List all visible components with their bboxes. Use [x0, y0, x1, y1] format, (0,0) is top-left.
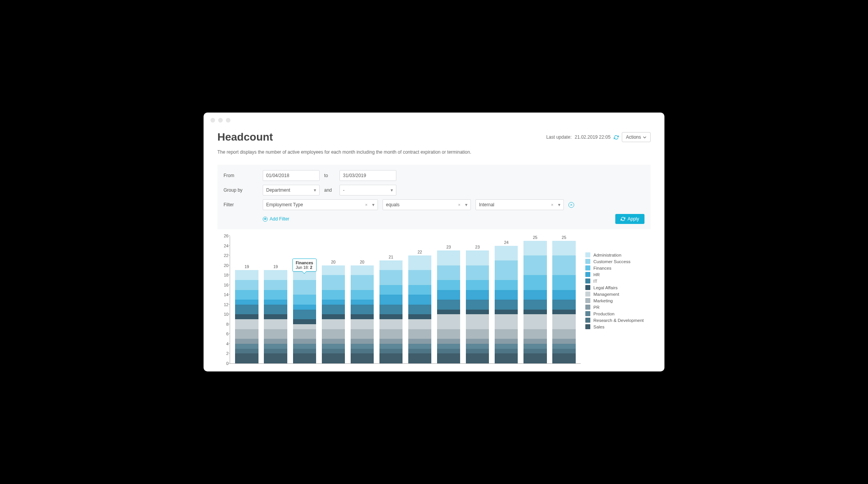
bar-segment[interactable]	[379, 285, 403, 295]
bar-segment[interactable]	[264, 353, 287, 363]
bar-segment[interactable]	[523, 314, 547, 329]
bar-segment[interactable]	[523, 339, 547, 344]
bar-segment[interactable]	[523, 255, 547, 275]
bar-segment[interactable]	[235, 305, 258, 315]
bar-segment[interactable]	[495, 300, 518, 310]
bar-segment[interactable]	[293, 295, 316, 305]
bar-segment[interactable]	[235, 339, 258, 344]
bar-segment[interactable]	[235, 280, 258, 290]
bar-segment[interactable]	[437, 290, 460, 300]
window-control-close[interactable]	[210, 118, 215, 123]
bar-segment[interactable]	[495, 280, 518, 290]
bar-segment[interactable]	[379, 353, 403, 363]
actions-button[interactable]: Actions	[622, 132, 651, 142]
bar-column[interactable]: 23	[437, 245, 460, 363]
bar-segment[interactable]	[495, 353, 518, 363]
filter-field-select[interactable]: Employment Type × ▾	[263, 199, 378, 210]
bar-segment[interactable]	[437, 300, 460, 310]
bar-segment[interactable]	[523, 300, 547, 310]
bar-column[interactable]: 19FinancesJun 18: 2	[293, 264, 316, 363]
bar-segment[interactable]	[437, 250, 460, 265]
bar-segment[interactable]	[264, 314, 287, 319]
bar-segment[interactable]	[495, 349, 518, 354]
bar-segment[interactable]	[552, 255, 575, 275]
to-date-input[interactable]: 31/03/2019	[340, 170, 396, 181]
bar-segment[interactable]	[495, 260, 518, 280]
window-control-max[interactable]	[226, 118, 230, 123]
bar-segment[interactable]	[437, 339, 460, 344]
bar-segment[interactable]	[437, 280, 460, 290]
bar-segment[interactable]	[351, 344, 374, 349]
bar-segment[interactable]	[495, 290, 518, 300]
bar-segment[interactable]	[466, 300, 489, 310]
bar-segment[interactable]	[552, 300, 575, 310]
legend-item[interactable]: Customer Success	[585, 259, 651, 264]
bar-segment[interactable]	[408, 319, 431, 329]
bar-segment[interactable]	[293, 324, 316, 329]
bar-segment[interactable]	[552, 310, 575, 315]
bar-segment[interactable]	[552, 241, 575, 255]
bar-segment[interactable]	[235, 329, 258, 339]
bar-segment[interactable]	[351, 314, 374, 319]
bar-segment[interactable]	[523, 310, 547, 315]
bar-segment[interactable]	[322, 290, 345, 300]
bar-column[interactable]: 23	[466, 245, 489, 363]
bar-segment[interactable]	[351, 329, 374, 339]
clear-icon[interactable]: ×	[364, 202, 369, 207]
filter-op-select[interactable]: equals × ▾	[383, 199, 471, 210]
bar-segment[interactable]	[322, 314, 345, 319]
bar-segment[interactable]	[408, 353, 431, 363]
bar-column[interactable]: 22	[408, 250, 431, 363]
bar-segment[interactable]	[437, 310, 460, 315]
add-filter-button[interactable]: Add Filter	[263, 216, 611, 222]
bar-segment[interactable]	[495, 310, 518, 315]
bar-column[interactable]: 20	[351, 260, 374, 363]
apply-button[interactable]: Apply	[615, 214, 644, 224]
bar-segment[interactable]	[351, 265, 374, 275]
bar-segment[interactable]	[379, 305, 403, 315]
bar-segment[interactable]	[408, 255, 431, 270]
bar-segment[interactable]	[466, 250, 489, 265]
bar-segment[interactable]	[552, 339, 575, 344]
from-date-input[interactable]: 01/04/2018	[263, 170, 320, 181]
bar-segment[interactable]	[264, 270, 287, 280]
bar-segment[interactable]	[466, 339, 489, 344]
bar-segment[interactable]	[408, 295, 431, 305]
legend-item[interactable]: Production	[585, 311, 651, 316]
bar-segment[interactable]	[466, 349, 489, 354]
bar-segment[interactable]	[351, 319, 374, 329]
bar-column[interactable]: 25	[552, 235, 575, 363]
bar-segment[interactable]	[466, 314, 489, 329]
bar-segment[interactable]	[552, 329, 575, 339]
bar-segment[interactable]	[495, 314, 518, 329]
bar-segment[interactable]	[495, 339, 518, 344]
bar-segment[interactable]	[322, 305, 345, 315]
bar-segment[interactable]	[322, 344, 345, 349]
bar-segment[interactable]	[322, 300, 345, 305]
bar-segment[interactable]	[322, 265, 345, 275]
clear-icon[interactable]: ×	[457, 202, 462, 207]
bar-segment[interactable]	[408, 339, 431, 344]
bar-segment[interactable]	[293, 280, 316, 295]
bar-segment[interactable]	[351, 353, 374, 363]
legend-item[interactable]: Sales	[585, 324, 651, 329]
bar-segment[interactable]	[495, 344, 518, 349]
bar-segment[interactable]	[322, 339, 345, 344]
bar-segment[interactable]	[351, 349, 374, 354]
bar-segment[interactable]	[408, 329, 431, 339]
bar-segment[interactable]	[351, 339, 374, 344]
bar-segment[interactable]	[552, 314, 575, 329]
bar-column[interactable]: 20	[322, 260, 345, 363]
bar-segment[interactable]	[264, 305, 287, 315]
bar-segment[interactable]	[293, 305, 316, 310]
bar-segment[interactable]	[523, 290, 547, 300]
bar-segment[interactable]	[293, 344, 316, 349]
bar-segment[interactable]	[293, 310, 316, 320]
remove-filter-button[interactable]: ×	[568, 202, 574, 208]
bar-segment[interactable]	[523, 275, 547, 290]
bar-segment[interactable]	[235, 349, 258, 354]
bar-column[interactable]: 21	[379, 255, 403, 363]
bar-segment[interactable]	[351, 275, 374, 290]
bar-segment[interactable]	[523, 353, 547, 363]
bar-segment[interactable]	[466, 329, 489, 339]
